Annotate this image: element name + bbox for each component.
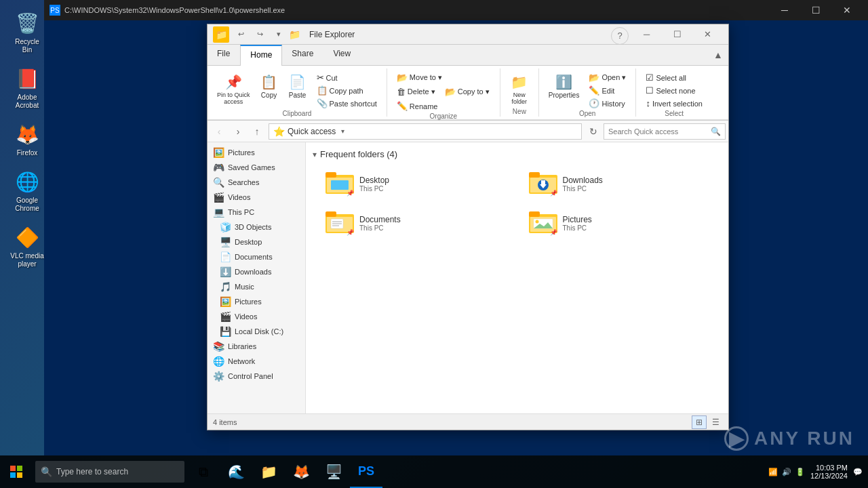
firefox-taskbar-icon: 🦊 [293, 464, 310, 480]
volume-tray-icon[interactable]: 🔊 [782, 468, 791, 476]
powershell-close-btn[interactable]: ✕ [831, 0, 863, 20]
battery-tray-icon[interactable]: 🔋 [795, 468, 805, 476]
sidebar-item-this-pc[interactable]: 💻 This PC [208, 205, 305, 220]
search-input[interactable] [608, 127, 711, 136]
up-btn[interactable]: ↑ [248, 123, 266, 140]
select-none-btn[interactable]: ☐ Select none [642, 84, 706, 97]
folder-item-pictures[interactable]: 📌 Pictures This PC [523, 205, 722, 241]
sidebar-item-3d-objects[interactable]: 🧊 3D Objects [208, 220, 305, 235]
fe-minimize-btn[interactable]: ─ [631, 24, 662, 45]
help-btn[interactable]: ? [611, 27, 629, 45]
sidebar-item-label: Desktop [235, 238, 262, 246]
tab-view[interactable]: View [323, 45, 361, 65]
copy-to-btn[interactable]: 📂 Copy to ▾ [441, 85, 494, 98]
desktop-icon-chrome[interactable]: 🌐 Google Chrome [7, 165, 47, 216]
taskbar-powershell[interactable]: PS [350, 455, 382, 488]
fe-close-btn[interactable]: ✕ [692, 24, 723, 45]
open-btn[interactable]: 📂 Open ▾ [585, 71, 630, 84]
sidebar-item-control-panel[interactable]: ⚙️ Control Panel [208, 369, 305, 384]
sidebar-item-network[interactable]: 🌐 Network [208, 354, 305, 369]
taskbar-clock[interactable]: 10:03 PM 12/13/2024 [810, 464, 848, 480]
sidebar-item-searches[interactable]: 🔍 Searches [208, 175, 305, 190]
pin-to-quick-access-btn[interactable]: 📌 Pin to Quickaccess [213, 71, 254, 108]
clipboard-small-buttons: ✂ Cut 📋 Copy path 📎 Paste shortcut [313, 71, 381, 110]
network-tray-icon[interactable]: 📶 [768, 468, 778, 476]
powershell-minimize-btn[interactable]: ─ [769, 0, 800, 20]
tab-share[interactable]: Share [282, 45, 323, 65]
taskbar-file-explorer[interactable]: 📁 [252, 455, 285, 488]
copy-path-btn[interactable]: 📋 Copy path [313, 84, 381, 97]
desktop-icon-vlc[interactable]: 🔶 VLC media player [7, 221, 47, 271]
copy-btn[interactable]: 📋 Copy [256, 71, 283, 102]
fe-maximize-btn[interactable]: ☐ [662, 24, 692, 45]
desktop-icon-recycle-bin[interactable]: 🗑️ Recycle Bin [7, 7, 47, 57]
firefox-icon: 🦊 [14, 121, 41, 148]
taskbar-task-view[interactable]: ⧉ [187, 455, 220, 488]
new-folder-btn[interactable]: 📁 Newfolder [506, 71, 533, 108]
folder-item-desktop[interactable]: 📌 Desktop This PC [319, 166, 519, 201]
taskbar-firefox[interactable]: 🦊 [285, 455, 317, 488]
large-icons-view-btn[interactable]: ⊞ [692, 415, 707, 429]
svg-rect-1 [326, 172, 336, 178]
ribbon-collapse-btn[interactable]: ▲ [709, 46, 727, 64]
delete-btn[interactable]: 🗑 Delete ▾ [393, 85, 439, 98]
rename-btn[interactable]: ✏️ Rename [393, 100, 442, 113]
tab-file[interactable]: File [208, 45, 240, 65]
sidebar-item-local-disk[interactable]: 💾 Local Disk (C:) [208, 324, 305, 339]
move-to-icon: 📂 [397, 73, 408, 83]
copy-to-icon: 📂 [445, 87, 456, 97]
sidebar-item-music[interactable]: 🎵 Music [208, 279, 305, 294]
folder-item-downloads[interactable]: 📌 Downloads This PC [523, 166, 722, 201]
recycle-bin-label: Recycle Bin [9, 38, 45, 54]
edit-btn[interactable]: ✏️ Edit [585, 84, 630, 97]
down-arrow-btn[interactable]: ▾ [270, 26, 288, 43]
paste-shortcut-btn[interactable]: 📎 Paste shortcut [313, 97, 381, 110]
details-view-btn[interactable]: ☰ [708, 415, 723, 429]
breadcrumb-dropdown[interactable]: ▾ [336, 123, 349, 140]
history-btn[interactable]: 🕐 History [585, 97, 630, 110]
organize-label: Organize [430, 113, 458, 121]
section-chevron[interactable]: ▾ [313, 150, 317, 159]
invert-selection-btn[interactable]: ↕ Invert selection [642, 97, 706, 110]
start-button[interactable] [0, 455, 33, 488]
breadcrumb-text: Quick access [288, 127, 336, 136]
new-buttons: 📁 Newfolder [506, 68, 533, 108]
properties-btn[interactable]: ℹ️ Properties [545, 71, 584, 102]
sidebar-item-libraries[interactable]: 📚 Libraries [208, 339, 305, 354]
sidebar-item-desktop[interactable]: 🖥️ Desktop [208, 235, 305, 249]
powershell-maximize-btn[interactable]: ☐ [800, 0, 831, 20]
folder-item-documents[interactable]: 📌 Documents This PC [319, 205, 519, 241]
move-to-btn[interactable]: 📂 Move to ▾ [393, 71, 446, 84]
forward-btn[interactable]: › [229, 123, 247, 140]
sidebar-item-documents[interactable]: 📄 Documents [208, 249, 305, 264]
downloads-folder-icon-wrap: 📌 [529, 171, 557, 197]
select-all-btn[interactable]: ☑ Select all [642, 71, 706, 84]
search-icon[interactable]: 🔍 [711, 127, 721, 136]
cut-btn[interactable]: ✂ Cut [313, 71, 381, 84]
powershell-win-controls: ─ ☐ ✕ [769, 0, 863, 20]
taskbar-edge[interactable]: 🌊 [220, 455, 252, 488]
new-label: New [513, 108, 526, 117]
sidebar-item-saved-games[interactable]: 🎮 Saved Games [208, 160, 305, 175]
back-btn[interactable]: ‹ [210, 123, 228, 140]
desktop-icon-firefox[interactable]: 🦊 Firefox [7, 118, 47, 160]
quick-access-toolbar-icon: 📁 [213, 26, 229, 43]
sidebar-item-pictures[interactable]: 🖼️ Pictures [208, 294, 305, 309]
tab-home[interactable]: Home [240, 45, 282, 66]
refresh-btn[interactable]: ↻ [585, 123, 602, 140]
sidebar-item-pictures-top[interactable]: 🖼️ Pictures [208, 145, 305, 160]
taskbar-search[interactable]: 🔍 Type here to search [35, 461, 184, 483]
redo-btn[interactable]: ↪ [251, 26, 269, 43]
documents-pin-icon: 📌 [347, 229, 354, 236]
undo-btn[interactable]: ↩ [232, 26, 250, 43]
notification-icon[interactable]: 💬 [853, 468, 863, 476]
breadcrumb[interactable]: ⭐ Quick access ▾ [269, 123, 582, 140]
taskbar-cmd[interactable]: 🖥️ [317, 455, 350, 488]
sidebar-item-label: Documents [235, 253, 273, 261]
paste-btn[interactable]: 📄 Paste [284, 71, 311, 102]
sidebar-item-videos[interactable]: 🎬 Videos [208, 190, 305, 205]
sidebar-item-downloads[interactable]: ⬇️ Downloads [208, 264, 305, 279]
sidebar-item-videos2[interactable]: 🎬 Videos [208, 309, 305, 324]
anyrun-play-icon: ▶ [724, 426, 749, 451]
desktop-icon-adobe[interactable]: 📕 Adobe Acrobat [7, 62, 47, 113]
